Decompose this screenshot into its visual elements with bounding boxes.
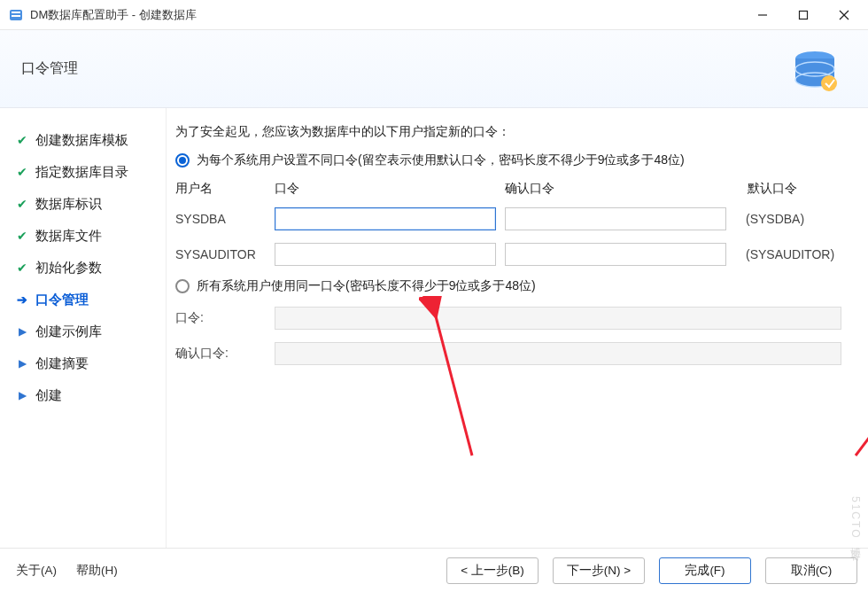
radio-icon bbox=[175, 279, 190, 293]
caret-right-icon: ▶ bbox=[14, 389, 30, 401]
close-button[interactable] bbox=[824, 0, 864, 30]
caret-right-icon: ▶ bbox=[14, 357, 30, 370]
svg-rect-1 bbox=[12, 12, 20, 13]
check-icon: ✔ bbox=[14, 133, 30, 147]
shared-password-label: 口令: bbox=[175, 310, 275, 326]
radio-label: 所有系统用户使用同一口令(密码长度不得少于9位或多于48位) bbox=[197, 278, 536, 294]
sidebar-item-label: 指定数据库目录 bbox=[35, 164, 128, 181]
col-confirm: 确认口令 bbox=[505, 181, 737, 197]
radio-icon bbox=[175, 153, 190, 167]
sidebar-item-label: 创建 bbox=[35, 387, 62, 404]
finish-button[interactable]: 完成(F) bbox=[659, 557, 751, 584]
svg-line-12 bbox=[856, 292, 868, 456]
content: 为了安全起见，您应该为数据库中的以下用户指定新的口令： 为每个系统用户设置不同口… bbox=[167, 108, 868, 548]
sidebar-item-label: 口令管理 bbox=[35, 292, 89, 308]
help-button[interactable]: 帮助(H) bbox=[71, 557, 123, 584]
username-label: SYSDBA bbox=[175, 212, 275, 226]
page-title: 口令管理 bbox=[21, 59, 78, 78]
sidebar-item-label: 初始化参数 bbox=[35, 260, 102, 277]
default-value: (SYSDBA) bbox=[735, 212, 850, 226]
sidebar-item-label: 创建示例库 bbox=[35, 323, 102, 340]
sidebar-item-sample[interactable]: ▶创建示例库 bbox=[9, 315, 157, 347]
arrow-right-icon: ➔ bbox=[14, 292, 30, 307]
titlebar: DM数据库配置助手 - 创建数据库 bbox=[0, 0, 868, 30]
sidebar-item-summary[interactable]: ▶创建摘要 bbox=[9, 347, 157, 379]
intro-text: 为了安全起见，您应该为数据库中的以下用户指定新的口令： bbox=[175, 124, 850, 140]
prev-button[interactable]: < 上一步(B) bbox=[446, 557, 539, 584]
window-title: DM数据库配置助手 - 创建数据库 bbox=[30, 7, 742, 23]
shared-password-row: 口令: bbox=[175, 307, 850, 330]
sidebar-item-directory[interactable]: ✔指定数据库目录 bbox=[9, 156, 157, 188]
sidebar-item-init[interactable]: ✔初始化参数 bbox=[9, 252, 157, 284]
radio-label: 为每个系统用户设置不同口令(留空表示使用默认口令，密码长度不得少于9位或多于48… bbox=[197, 152, 685, 168]
database-icon bbox=[772, 43, 843, 102]
sidebar-item-password[interactable]: ➔口令管理 bbox=[9, 284, 157, 315]
sidebar-item-label: 创建摘要 bbox=[35, 355, 89, 372]
app-icon bbox=[9, 8, 23, 22]
sidebar-item-template[interactable]: ✔创建数据库模板 bbox=[9, 124, 157, 156]
caret-right-icon: ▶ bbox=[14, 325, 30, 338]
sysauditor-confirm-input[interactable] bbox=[505, 243, 726, 266]
sysdba-password-input[interactable] bbox=[275, 207, 496, 230]
check-icon: ✔ bbox=[14, 229, 30, 243]
check-icon: ✔ bbox=[14, 197, 30, 211]
svg-point-10 bbox=[821, 75, 837, 91]
radio-shared[interactable]: 所有系统用户使用同一口令(密码长度不得少于9位或多于48位) bbox=[175, 278, 850, 294]
sidebar-item-identity[interactable]: ✔数据库标识 bbox=[9, 188, 157, 220]
sysauditor-password-input[interactable] bbox=[275, 243, 496, 266]
check-icon: ✔ bbox=[14, 261, 30, 275]
next-button[interactable]: 下一步(N) > bbox=[553, 557, 645, 584]
table-row: SYSAUDITOR (SYSAUDITOR) bbox=[175, 243, 850, 266]
sidebar-item-files[interactable]: ✔数据库文件 bbox=[9, 220, 157, 252]
radio-individual[interactable]: 为每个系统用户设置不同口令(留空表示使用默认口令，密码长度不得少于9位或多于48… bbox=[175, 152, 850, 168]
svg-rect-4 bbox=[800, 11, 808, 19]
table-header: 用户名 口令 确认口令 默认口令 bbox=[175, 181, 850, 197]
about-button[interactable]: 关于(A) bbox=[11, 557, 62, 584]
sidebar: ✔创建数据库模板 ✔指定数据库目录 ✔数据库标识 ✔数据库文件 ✔初始化参数 ➔… bbox=[0, 108, 167, 548]
col-user: 用户名 bbox=[175, 181, 275, 197]
col-default: 默认口令 bbox=[737, 181, 850, 197]
shared-confirm-label: 确认口令: bbox=[175, 346, 275, 362]
shared-confirm-input bbox=[275, 342, 841, 365]
watermark: 51CTO博客 bbox=[848, 496, 863, 542]
col-pass: 口令 bbox=[275, 181, 505, 197]
sidebar-item-label: 数据库标识 bbox=[35, 196, 102, 213]
shared-password-input bbox=[275, 307, 841, 330]
maximize-button[interactable] bbox=[783, 0, 824, 30]
default-value: (SYSAUDITOR) bbox=[735, 247, 850, 261]
check-icon: ✔ bbox=[14, 165, 30, 179]
shared-confirm-row: 确认口令: bbox=[175, 342, 850, 365]
username-label: SYSAUDITOR bbox=[175, 247, 275, 261]
sidebar-item-label: 创建数据库模板 bbox=[35, 132, 128, 149]
svg-rect-2 bbox=[12, 15, 20, 17]
footer: 关于(A) 帮助(H) < 上一步(B) 下一步(N) > 完成(F) 取消(C… bbox=[0, 548, 868, 592]
cancel-button[interactable]: 取消(C) bbox=[765, 557, 857, 584]
table-row: SYSDBA (SYSDBA) bbox=[175, 207, 850, 230]
sysdba-confirm-input[interactable] bbox=[505, 207, 726, 230]
minimize-button[interactable] bbox=[742, 0, 783, 30]
main: ✔创建数据库模板 ✔指定数据库目录 ✔数据库标识 ✔数据库文件 ✔初始化参数 ➔… bbox=[0, 108, 868, 548]
header: 口令管理 bbox=[0, 30, 868, 108]
sidebar-item-label: 数据库文件 bbox=[35, 228, 102, 245]
sidebar-item-create[interactable]: ▶创建 bbox=[9, 379, 157, 411]
